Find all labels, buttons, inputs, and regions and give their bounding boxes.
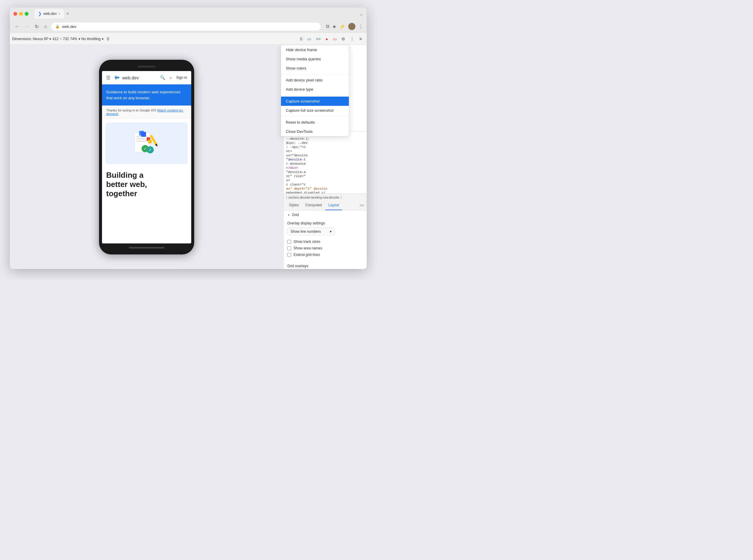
device-selector[interactable]: Dimensions: Nexus 6P ▾ [12,37,51,41]
back-button[interactable]: ← [13,23,20,30]
close-button[interactable] [13,12,17,16]
layout-panel: Grid Overlay display settings Show line … [284,211,367,269]
tab-layout[interactable]: Layout [325,201,342,210]
show-area-names-checkbox[interactable] [287,246,291,250]
add-device-pixel-ratio-menu-item[interactable]: Add device pixel ratio [281,76,349,85]
tab-title: web.dev [43,12,57,16]
external-link-icon[interactable]: ⧉ [326,24,329,29]
width-field[interactable]: 412 [52,37,58,41]
breadcrumb-bar: 〈 section.devsite-landing-row.devsite 〉 [284,194,367,201]
show-line-numbers-dropdown[interactable]: Show line numbers ▾ [287,228,335,235]
signin-link[interactable]: Sign in [176,76,187,80]
new-tab-button[interactable]: + [66,11,70,17]
devtools-close-button[interactable]: ✕ [357,35,364,42]
html-line: --devsite-j: [285,137,366,141]
search-icon[interactable]: 🔍 [160,75,165,80]
webdev-banner: Thanks for tuning in to Google I/O! Watc… [102,105,191,119]
show-rulers-menu-item[interactable]: Show rulers [281,64,349,73]
html-line: av" depth="2" devsite [285,187,366,191]
settings-button[interactable]: ⚙ [340,35,347,42]
devtools-more-button[interactable]: ⋮ [348,35,356,42]
svg-rect-9 [148,140,152,143]
tab-computed[interactable]: Computed [303,201,325,210]
device-mode-button[interactable]: ▭ [305,35,313,42]
throttle-selector[interactable]: No throttling ▾ [81,37,104,41]
phone-speaker [138,66,156,67]
forward-button[interactable]: → [23,23,31,30]
main-content: ☰ [10,45,367,269]
extend-grid-lines-row: Extend grid lines [287,252,363,258]
svg-rect-4 [136,138,145,139]
html-line: "devsite-a [285,170,366,174]
breadcrumb-arrow-right[interactable]: 〉 [341,195,342,199]
home-button[interactable]: ⌂ [43,23,48,30]
html-line: v> [285,178,366,182]
show-area-names-label: Show area names [293,246,322,250]
device-label: Dimensions: Nexus 6P [12,37,48,41]
extensions-icon[interactable]: ⚡ [339,24,345,29]
headline-line1: Building a [106,171,187,180]
show-track-sizes-checkbox[interactable] [287,240,291,244]
html-line: c class="c [285,182,366,187]
webdev-nav: ☰ [102,71,191,84]
menu-divider-1 [281,74,349,74]
close-button[interactable]: ● [324,35,330,42]
close-devtools-menu-item[interactable]: Close DevTools [281,127,349,136]
tab-styles[interactable]: Styles [286,201,302,210]
preview-area: ☰ [10,45,284,269]
bookmark-icon[interactable]: ★ [332,24,336,29]
zoom-dropdown-icon: ▾ [78,37,80,41]
hamburger-menu[interactable]: ☰ [106,75,110,81]
devtools-toolbar: Dimensions: Nexus 6P ▾ 412 × 732 74% ▾ N… [10,33,367,45]
title-bar: ❯ web.dev × + ⌄ [10,7,367,20]
webdev-hero: Guidance to build modern web experiences… [102,84,191,105]
breadcrumb-item[interactable]: section.devsite-landing-row.devsite [288,196,339,199]
refresh-button[interactable]: ↻ [34,23,40,31]
webdev-favicon: ❯ [38,11,42,16]
html-line: $1px; --dev [285,141,366,145]
breadcrumb-arrow-left[interactable]: 〈 [286,195,287,199]
grid-overlays-label: Grid overlays [287,264,363,268]
throttle-value: No throttling [81,37,101,41]
browser-tab[interactable]: ❯ web.dev × [35,9,64,18]
banner-text: Thanks for tuning in to Google I/O! [106,108,156,112]
devtools-panel: Hide device frame Show media queries Sho… [284,45,367,269]
show-track-sizes-row: Show track sizes [287,238,363,245]
panel-tabs-more[interactable]: >> [360,203,364,208]
height-field[interactable]: 732 [63,37,69,41]
browser-window: ❯ web.dev × + ⌄ ← → ↻ ⌂ 🔒 web.dev ⧉ ★ ⚡ … [10,7,367,269]
tab-close-button[interactable]: × [59,12,60,16]
address-bar: ← → ↻ ⌂ 🔒 web.dev ⧉ ★ ⚡ ⋮ [10,20,367,33]
tab-more-button[interactable]: ⌄ [359,11,363,17]
traffic-lights [13,12,28,16]
capture-full-size-menu-item[interactable]: Capture full size screenshot [281,106,349,115]
user-avatar[interactable] [348,23,355,30]
throttle-dropdown-icon: ▾ [102,37,103,41]
html-line: </div> [285,166,366,170]
hide-device-frame-menu-item[interactable]: Hide device frame [281,45,349,54]
phone-frame: ☰ [99,60,194,255]
webdev-logo-text: web.dev [122,75,139,80]
dock-button[interactable]: ▭ [331,35,339,42]
theme-icon[interactable]: ☼ [169,75,173,80]
html-line: nt" role=" [285,174,366,178]
html-line: : -4px;">c [285,145,366,149]
address-input[interactable]: 🔒 web.dev [51,23,321,31]
extend-grid-lines-checkbox[interactable] [287,253,291,257]
minimize-button[interactable] [19,12,23,16]
more-tools-button[interactable]: >> [314,35,322,42]
maximize-button[interactable] [25,12,28,16]
webdev-illustration: ✓ ✓ [105,122,188,164]
menu-divider-3 [281,116,349,117]
inspect-button[interactable]: ⎘ [298,35,304,42]
zoom-selector[interactable]: 74% ▾ [70,37,80,41]
sensors-button[interactable]: ⚲ [105,35,111,42]
tab-bar: ❯ web.dev × + ⌄ [35,9,363,18]
add-device-type-menu-item[interactable]: Add device type [281,85,349,94]
svg-marker-1 [115,75,119,80]
capture-screenshot-menu-item[interactable]: Capture screenshot [281,97,349,106]
extend-grid-lines-label: Extend grid lines [293,253,320,257]
show-media-queries-menu-item[interactable]: Show media queries [281,54,349,64]
menu-icon[interactable]: ⋮ [359,24,363,29]
reset-defaults-menu-item[interactable]: Reset to defaults [281,118,349,127]
